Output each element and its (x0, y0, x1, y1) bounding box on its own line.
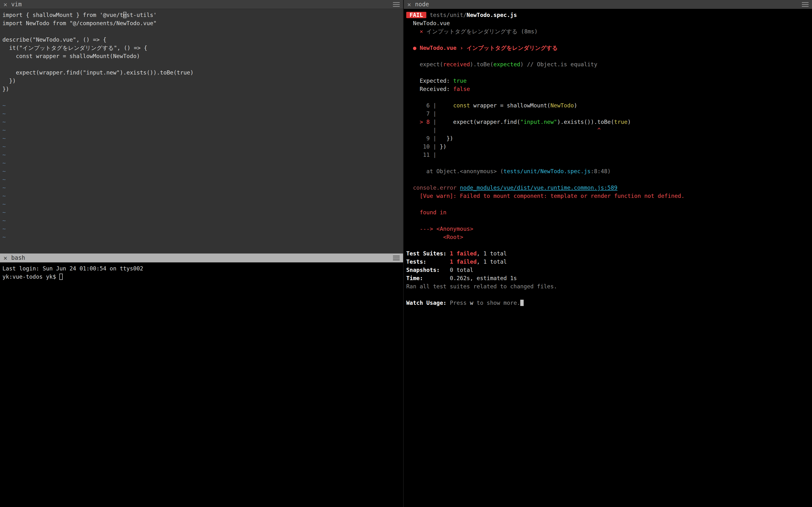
text-run: ~ (2, 218, 6, 224)
close-icon[interactable]: × (3, 255, 7, 261)
text-run: 1 failed (450, 259, 477, 265)
text-run: describe("NewTodo.vue", () => { (2, 37, 106, 43)
text-run: × (419, 28, 423, 35)
text-run: ) (574, 102, 577, 109)
left-column: × vim import { shallowMount } from '@vue… (0, 0, 404, 507)
text-run (406, 119, 419, 125)
terminal-line: ~ (2, 118, 401, 126)
text-run: :8:48) (591, 168, 611, 174)
terminal-line: 7 | (406, 110, 810, 118)
node-titlebar[interactable]: × node (404, 0, 812, 9)
text-run: 9 | (406, 135, 440, 142)
terminal-line (406, 290, 810, 299)
bash-content[interactable]: Last login: Sun Jun 24 01:00:54 on ttys0… (0, 263, 403, 507)
terminal-line: NewTodo.vue (406, 19, 810, 27)
terminal-line: at Object.<anonymous> (tests/unit/NewTod… (406, 167, 810, 175)
text-run: ~ (2, 168, 6, 174)
terminal-line (406, 159, 810, 167)
pane-title: vim (11, 1, 21, 8)
text-run: const wrapper = shallowMount(NewTodo) (2, 53, 140, 59)
text-run: Ran all test suites related to changed f… (406, 283, 557, 289)
close-icon[interactable]: × (407, 1, 411, 8)
hamburger-menu-icon[interactable] (393, 256, 400, 260)
text-run: Snapshots: (406, 267, 450, 273)
terminal-line: }) (2, 77, 401, 85)
text-run: ~ (2, 226, 6, 232)
terminal-line (2, 93, 401, 101)
text-run: 0.262s, estimated 1s (450, 275, 517, 281)
terminal-line: ~ (2, 192, 401, 200)
terminal-line (406, 241, 810, 249)
terminal-line: Ran all test suites related to changed f… (406, 282, 810, 290)
text-run: true (453, 78, 466, 84)
text-run: it("インプットタグをレンダリングする", () => { (2, 45, 147, 51)
terminal-line: import { shallowMount } from '@vue/test-… (2, 11, 401, 19)
text-run: Tests: (406, 259, 450, 265)
text-run: st-utils' (126, 12, 157, 18)
text-run: expected (493, 61, 520, 67)
terminal-line: expect(received).toBe(expected) // Objec… (406, 60, 810, 68)
terminal-line: ~ (2, 217, 401, 225)
text-run: 6 | (406, 102, 440, 109)
text-run: | (430, 119, 440, 125)
terminal-line: ~ (2, 167, 401, 175)
terminal-line: Snapshots: 0 total (406, 266, 810, 274)
stack-trace-link[interactable]: node_modules/vue/dist/vue.runtime.common… (460, 184, 618, 191)
text-run: , 1 total (477, 250, 507, 257)
terminal-line: ~ (2, 134, 401, 143)
text-run: yk:vue-todos yk$ (2, 274, 59, 280)
terminal-line: ---> <Anonymous> (406, 225, 810, 233)
text-run: console.error (406, 184, 460, 191)
terminal-line: import NewTodo from "@/components/NewTod… (2, 19, 401, 27)
text-run (406, 28, 419, 35)
text-run (426, 12, 430, 18)
text-run: ~ (2, 102, 6, 109)
terminal-line: ~ (2, 151, 401, 159)
text-run: > 8 (419, 119, 430, 125)
terminal-line: ~ (2, 175, 401, 184)
terminal-line: Expected: true (406, 77, 810, 85)
text-run: tests/unit/NewTodo.spec.js (504, 168, 591, 174)
text-run: インプットタグをレンダリングする (8ms) (423, 28, 538, 35)
text-run: ~ (2, 111, 6, 117)
text-run: tests/unit/ (430, 12, 466, 18)
text-run: ) // Object.is equality (520, 61, 598, 67)
right-column: × node FAIL tests/unit/NewTodo.spec.js N… (404, 0, 812, 507)
vim-content[interactable]: import { shallowMount } from '@vue/test-… (0, 9, 403, 253)
terminal-line: ● NewTodo.vue › インプットタグをレンダリングする (406, 44, 810, 52)
terminal-line: ~ (2, 159, 401, 167)
vim-titlebar[interactable]: × vim (0, 0, 403, 9)
text-run: 1 failed (450, 250, 477, 257)
text-run: to show more. (473, 300, 520, 306)
text-run: }) (2, 86, 9, 92)
hamburger-menu-icon[interactable] (802, 2, 809, 7)
text-run: ^ (440, 127, 601, 133)
terminal-line: ~ (2, 143, 401, 151)
text-run: ~ (2, 144, 6, 150)
bash-titlebar[interactable]: × bash (0, 253, 403, 263)
node-content[interactable]: FAIL tests/unit/NewTodo.spec.js NewTodo.… (404, 9, 812, 507)
text-run: 10 | (406, 144, 440, 150)
text-run (440, 102, 453, 109)
terminal-line (406, 52, 810, 60)
text-run: }) (440, 144, 446, 150)
text-run: ~ (2, 152, 6, 158)
terminal-line: ~ (2, 200, 401, 208)
bash-cursor (59, 274, 63, 280)
text-run: ).exists()).toBe( (557, 119, 614, 125)
hamburger-menu-icon[interactable] (393, 2, 400, 7)
pane-title: bash (11, 255, 25, 261)
text-run: const (453, 102, 470, 109)
text-run: ~ (2, 127, 6, 133)
text-run: Press (450, 300, 470, 306)
terminal-line: ~ (2, 184, 401, 192)
terminal-line: ~ (2, 225, 401, 233)
text-run: ~ (2, 160, 6, 166)
text-run: Time: (406, 275, 450, 281)
terminal-line: ~ (2, 126, 401, 134)
text-run: ~ (2, 234, 6, 240)
terminal-line: ~ (2, 110, 401, 118)
close-icon[interactable]: × (3, 1, 7, 8)
terminal-line (2, 60, 401, 68)
terminal-line: yk:vue-todos yk$ (2, 273, 401, 281)
